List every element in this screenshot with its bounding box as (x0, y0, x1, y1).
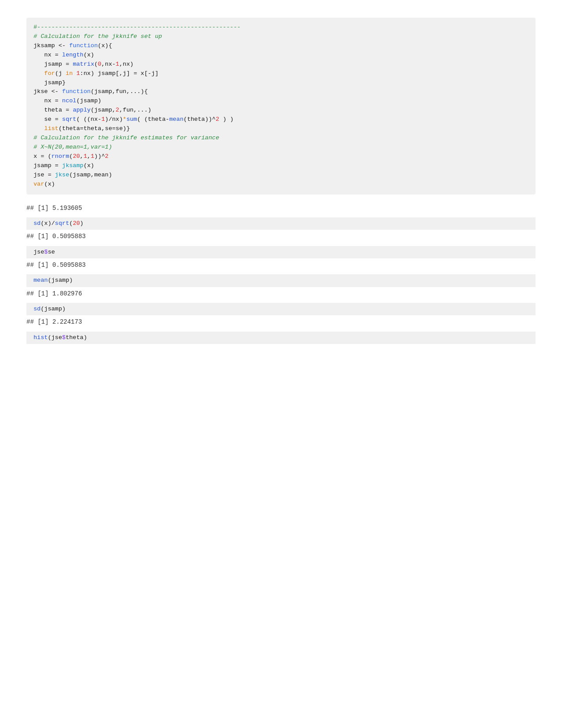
output-2: ## [1] 0.5095883 (26, 231, 536, 241)
code-line-1: #---------------------------------------… (33, 23, 529, 32)
code-line-15: x = (rnorm(20,1,1))^2 (33, 152, 529, 161)
output-1: ## [1] 5.193605 (26, 203, 536, 213)
output-prefix-5: ## [1] (26, 318, 48, 325)
code-line-16: jsamp = jksamp(x) (33, 161, 529, 171)
code-line-14: # X~N(20,mean=1,var=1) (33, 143, 529, 152)
output-value-2: 0.5095883 (52, 233, 86, 240)
code-block: #---------------------------------------… (26, 18, 536, 194)
output-prefix-2: ## [1] (26, 233, 48, 240)
output-value-1: 5.193605 (52, 205, 82, 212)
code-line-9: nx = ncol(jsamp) (33, 97, 529, 106)
code-line-4: nx = length(x) (33, 51, 529, 60)
output-line-4: ## [1] 1.802976 (26, 289, 536, 299)
output-prefix-1: ## [1] (26, 205, 48, 212)
code-line-17: jse = jkse(jsamp,mean) (33, 171, 529, 180)
code-line-13: # Calculation for the jkknife estimates … (33, 134, 529, 143)
code-line-11: se = sqrt( ((nx-1)/nx)*sum( (theta-mean(… (33, 115, 529, 124)
output-prefix-3: ## [1] (26, 261, 48, 269)
code-line-7: jsamp} (33, 78, 529, 88)
output-line-1: ## [1] 5.193605 (26, 203, 536, 213)
code-line-8: jkse <- function(jsamp,fun,...){ (33, 87, 529, 97)
output-line-5: ## [1] 2.224173 (26, 317, 536, 327)
output-value-4: 1.802976 (52, 290, 82, 297)
output-3: ## [1] 0.5095883 (26, 260, 536, 270)
code-line-10: theta = apply(jsamp,2,fun,...) (33, 106, 529, 115)
code-line-12: list(theta=theta,se=se)} (33, 124, 529, 134)
code-line-5: jsamp = matrix(0,nx-1,nx) (33, 60, 529, 69)
cmd-line-4: mean(jsamp) (26, 274, 536, 287)
cmd-line-6: hist(jse$theta) (26, 332, 536, 344)
code-line-6: for(j in 1:nx) jsamp[,j] = x[-j] (33, 69, 529, 78)
output-line-3: ## [1] 0.5095883 (26, 260, 536, 270)
cmd-line-5: sd(jsamp) (26, 303, 536, 315)
code-line-3: jksamp <- function(x){ (33, 41, 529, 51)
output-4: ## [1] 1.802976 (26, 289, 536, 299)
cmd-line-2: sd(x)/sqrt(20) (26, 217, 536, 230)
code-line-18: var(x) (33, 180, 529, 189)
output-line-2: ## [1] 0.5095883 (26, 231, 536, 241)
cmd-line-3: jse$se (26, 246, 536, 258)
main-page: #---------------------------------------… (0, 0, 562, 728)
output-value-5: 2.224173 (52, 318, 82, 325)
output-5: ## [1] 2.224173 (26, 317, 536, 327)
output-value-3: 0.5095883 (52, 261, 86, 269)
output-prefix-4: ## [1] (26, 290, 48, 297)
code-line-2: # Calculation for the jkknife set up (33, 32, 529, 41)
